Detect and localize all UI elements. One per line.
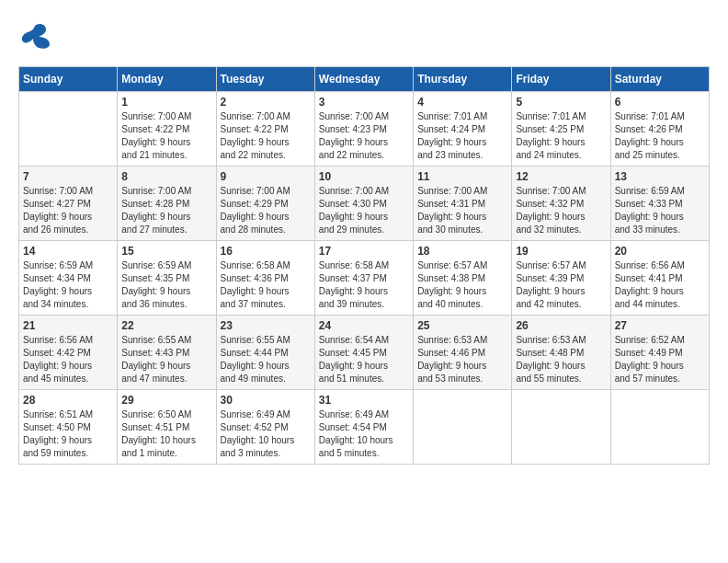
calendar-cell: 31Sunrise: 6:49 AM Sunset: 4:54 PM Dayli… <box>314 390 413 465</box>
day-number: 3 <box>319 96 409 109</box>
day-info: Sunrise: 7:00 AM Sunset: 4:30 PM Dayligh… <box>319 185 409 236</box>
weekday-header-sunday: Sunday <box>19 67 118 92</box>
day-number: 14 <box>23 245 113 258</box>
day-number: 8 <box>121 170 211 183</box>
day-number: 16 <box>221 245 311 258</box>
day-info: Sunrise: 7:00 AM Sunset: 4:29 PM Dayligh… <box>221 185 311 236</box>
calendar-cell: 12Sunrise: 7:00 AM Sunset: 4:32 PM Dayli… <box>512 167 610 241</box>
calendar-week-3: 14Sunrise: 6:59 AM Sunset: 4:34 PM Dayli… <box>19 241 710 316</box>
day-info: Sunrise: 6:57 AM Sunset: 4:38 PM Dayligh… <box>417 259 507 311</box>
day-number: 31 <box>319 394 409 407</box>
day-info: Sunrise: 6:53 AM Sunset: 4:46 PM Dayligh… <box>417 334 507 385</box>
day-info: Sunrise: 6:56 AM Sunset: 4:41 PM Dayligh… <box>615 259 705 311</box>
calendar-cell: 4Sunrise: 7:01 AM Sunset: 4:24 PM Daylig… <box>414 92 512 167</box>
calendar-cell <box>414 390 512 465</box>
day-number: 22 <box>121 319 211 332</box>
day-info: Sunrise: 6:58 AM Sunset: 4:36 PM Dayligh… <box>221 259 311 311</box>
calendar-cell: 21Sunrise: 6:56 AM Sunset: 4:42 PM Dayli… <box>19 316 118 390</box>
day-info: Sunrise: 7:00 AM Sunset: 4:22 PM Dayligh… <box>121 110 211 162</box>
day-info: Sunrise: 6:52 AM Sunset: 4:49 PM Dayligh… <box>615 334 705 385</box>
day-info: Sunrise: 7:00 AM Sunset: 4:22 PM Dayligh… <box>221 110 311 162</box>
calendar-cell: 17Sunrise: 6:58 AM Sunset: 4:37 PM Dayli… <box>314 241 413 316</box>
day-number: 13 <box>615 170 705 183</box>
calendar-cell: 24Sunrise: 6:54 AM Sunset: 4:45 PM Dayli… <box>314 316 413 390</box>
day-info: Sunrise: 7:00 AM Sunset: 4:31 PM Dayligh… <box>417 185 507 236</box>
day-number: 17 <box>319 245 409 258</box>
day-number: 28 <box>23 394 113 407</box>
day-number: 11 <box>417 170 507 183</box>
day-info: Sunrise: 6:53 AM Sunset: 4:48 PM Dayligh… <box>516 334 606 385</box>
calendar-week-2: 7Sunrise: 7:00 AM Sunset: 4:27 PM Daylig… <box>19 167 710 241</box>
day-info: Sunrise: 7:01 AM Sunset: 4:25 PM Dayligh… <box>516 110 606 162</box>
calendar-cell: 30Sunrise: 6:49 AM Sunset: 4:52 PM Dayli… <box>216 390 314 465</box>
calendar-cell: 6Sunrise: 7:01 AM Sunset: 4:26 PM Daylig… <box>610 92 709 167</box>
calendar-cell: 5Sunrise: 7:01 AM Sunset: 4:25 PM Daylig… <box>512 92 610 167</box>
calendar-cell: 7Sunrise: 7:00 AM Sunset: 4:27 PM Daylig… <box>19 167 118 241</box>
calendar-cell: 3Sunrise: 7:00 AM Sunset: 4:23 PM Daylig… <box>314 92 413 167</box>
day-number: 9 <box>221 170 311 183</box>
day-info: Sunrise: 6:51 AM Sunset: 4:50 PM Dayligh… <box>23 408 113 460</box>
calendar-cell: 14Sunrise: 6:59 AM Sunset: 4:34 PM Dayli… <box>19 241 118 316</box>
day-info: Sunrise: 7:00 AM Sunset: 4:27 PM Dayligh… <box>23 185 113 236</box>
day-number: 20 <box>615 245 705 258</box>
day-info: Sunrise: 6:59 AM Sunset: 4:33 PM Dayligh… <box>615 185 705 236</box>
calendar-cell: 25Sunrise: 6:53 AM Sunset: 4:46 PM Dayli… <box>414 316 512 390</box>
day-number: 24 <box>319 319 409 332</box>
day-info: Sunrise: 6:49 AM Sunset: 4:52 PM Dayligh… <box>221 408 311 460</box>
calendar-week-1: 1Sunrise: 7:00 AM Sunset: 4:22 PM Daylig… <box>19 92 710 167</box>
calendar-cell: 27Sunrise: 6:52 AM Sunset: 4:49 PM Dayli… <box>610 316 709 390</box>
day-info: Sunrise: 7:00 AM Sunset: 4:23 PM Dayligh… <box>319 110 409 162</box>
calendar-cell: 9Sunrise: 7:00 AM Sunset: 4:29 PM Daylig… <box>216 167 314 241</box>
calendar-week-5: 28Sunrise: 6:51 AM Sunset: 4:50 PM Dayli… <box>19 390 710 465</box>
day-number: 30 <box>221 394 311 407</box>
weekday-header-friday: Friday <box>512 67 610 92</box>
day-number: 10 <box>319 170 409 183</box>
day-info: Sunrise: 7:01 AM Sunset: 4:26 PM Dayligh… <box>615 110 705 162</box>
day-info: Sunrise: 6:54 AM Sunset: 4:45 PM Dayligh… <box>319 334 409 385</box>
page-header <box>18 18 710 57</box>
calendar-cell: 26Sunrise: 6:53 AM Sunset: 4:48 PM Dayli… <box>512 316 610 390</box>
day-number: 15 <box>121 245 211 258</box>
weekday-header-row: SundayMondayTuesdayWednesdayThursdayFrid… <box>19 67 710 92</box>
day-info: Sunrise: 6:55 AM Sunset: 4:44 PM Dayligh… <box>221 334 311 385</box>
day-number: 23 <box>221 319 311 332</box>
day-number: 21 <box>23 319 113 332</box>
day-number: 6 <box>615 96 705 109</box>
day-number: 7 <box>23 170 113 183</box>
day-number: 19 <box>516 245 606 258</box>
day-info: Sunrise: 6:59 AM Sunset: 4:35 PM Dayligh… <box>121 259 211 311</box>
day-info: Sunrise: 7:00 AM Sunset: 4:28 PM Dayligh… <box>121 185 211 236</box>
calendar-table: SundayMondayTuesdayWednesdayThursdayFrid… <box>18 66 710 465</box>
calendar-cell: 28Sunrise: 6:51 AM Sunset: 4:50 PM Dayli… <box>19 390 118 465</box>
calendar-cell: 23Sunrise: 6:55 AM Sunset: 4:44 PM Dayli… <box>216 316 314 390</box>
day-info: Sunrise: 6:57 AM Sunset: 4:39 PM Dayligh… <box>516 259 606 311</box>
day-number: 12 <box>516 170 606 183</box>
calendar-cell: 20Sunrise: 6:56 AM Sunset: 4:41 PM Dayli… <box>610 241 709 316</box>
day-number: 25 <box>417 319 507 332</box>
calendar-cell <box>610 390 709 465</box>
day-info: Sunrise: 6:59 AM Sunset: 4:34 PM Dayligh… <box>23 259 113 311</box>
weekday-header-thursday: Thursday <box>414 67 512 92</box>
weekday-header-monday: Monday <box>118 67 216 92</box>
calendar-cell: 15Sunrise: 6:59 AM Sunset: 4:35 PM Dayli… <box>118 241 216 316</box>
day-info: Sunrise: 6:58 AM Sunset: 4:37 PM Dayligh… <box>319 259 409 311</box>
weekday-header-wednesday: Wednesday <box>314 67 413 92</box>
calendar-cell: 8Sunrise: 7:00 AM Sunset: 4:28 PM Daylig… <box>118 167 216 241</box>
day-number: 4 <box>417 96 507 109</box>
logo-icon <box>18 18 51 57</box>
day-info: Sunrise: 7:01 AM Sunset: 4:24 PM Dayligh… <box>417 110 507 162</box>
day-number: 29 <box>121 394 211 407</box>
day-info: Sunrise: 6:55 AM Sunset: 4:43 PM Dayligh… <box>121 334 211 385</box>
calendar-week-4: 21Sunrise: 6:56 AM Sunset: 4:42 PM Dayli… <box>19 316 710 390</box>
day-number: 18 <box>417 245 507 258</box>
calendar-cell <box>19 92 118 167</box>
calendar-cell: 29Sunrise: 6:50 AM Sunset: 4:51 PM Dayli… <box>118 390 216 465</box>
calendar-cell: 2Sunrise: 7:00 AM Sunset: 4:22 PM Daylig… <box>216 92 314 167</box>
day-info: Sunrise: 6:49 AM Sunset: 4:54 PM Dayligh… <box>319 408 409 460</box>
day-number: 1 <box>121 96 211 109</box>
calendar-cell: 13Sunrise: 6:59 AM Sunset: 4:33 PM Dayli… <box>610 167 709 241</box>
calendar-cell: 16Sunrise: 6:58 AM Sunset: 4:36 PM Dayli… <box>216 241 314 316</box>
logo <box>18 18 55 57</box>
weekday-header-tuesday: Tuesday <box>216 67 314 92</box>
calendar-cell: 11Sunrise: 7:00 AM Sunset: 4:31 PM Dayli… <box>414 167 512 241</box>
